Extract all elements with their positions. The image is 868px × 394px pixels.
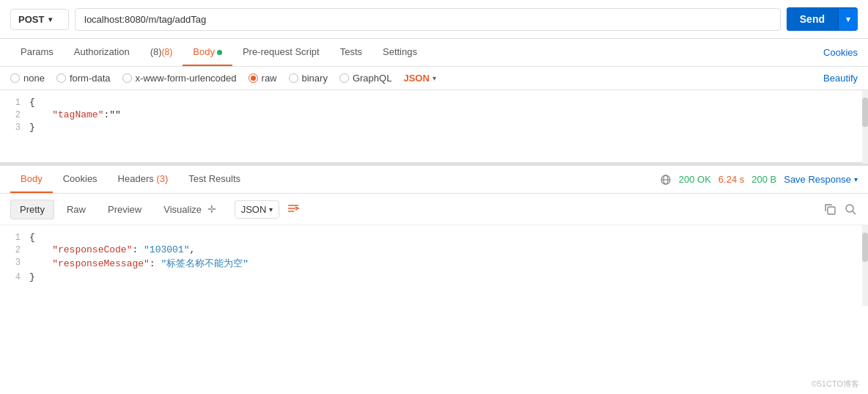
- request-scrollbar-thumb: [862, 98, 868, 127]
- body-type-binary[interactable]: binary: [289, 73, 328, 84]
- request-body-editor[interactable]: 1 { 2 "tagName":"" 3 }: [0, 90, 868, 164]
- resp-tab-raw[interactable]: Raw: [57, 200, 95, 219]
- url-bar: POST ▾ Send ▾: [0, 0, 868, 39]
- globe-icon: [660, 174, 672, 186]
- request-tabs-row: Params Authorization (8)(8) Body Pre-req…: [0, 39, 868, 67]
- visualize-cross-icon: ✛: [207, 203, 216, 215]
- response-json-select[interactable]: JSON ▾: [235, 200, 280, 219]
- response-size: 200 B: [751, 174, 776, 185]
- resp-json-chevron-icon: ▾: [269, 205, 273, 214]
- resp-tab-pretty[interactable]: Pretty: [10, 200, 54, 219]
- response-editor: 1 { 2 "responseCode": "103001", 3 "respo…: [0, 225, 868, 306]
- save-response-chevron-icon: ▾: [854, 175, 858, 183]
- req-line-1: 1 {: [0, 96, 868, 109]
- response-tabs-row: Body Cookies Headers (3) Test Results 20…: [0, 166, 868, 194]
- radio-raw: [249, 73, 258, 83]
- json-chevron-icon: ▾: [433, 74, 436, 82]
- radio-raw-inner: [251, 76, 256, 81]
- response-scrollbar[interactable]: [862, 225, 868, 306]
- response-body-viewer: 1 { 2 "responseCode": "103001", 3 "respo…: [0, 225, 868, 306]
- body-type-form-data[interactable]: form-data: [56, 73, 111, 84]
- tab-params[interactable]: Params: [10, 39, 64, 66]
- resp-line-3: 3 "responseMessage": "标签名称不能为空": [0, 256, 868, 271]
- tab-headers[interactable]: (8)(8): [140, 39, 183, 66]
- json-type-select[interactable]: JSON ▾: [403, 73, 435, 84]
- resp-tab-visualize[interactable]: Visualize ✛: [154, 199, 225, 219]
- copy-icon[interactable]: [823, 202, 837, 216]
- resp-line-4: 4 }: [0, 271, 868, 283]
- radio-binary: [289, 73, 298, 83]
- response-tab-cookies[interactable]: Cookies: [53, 166, 108, 193]
- response-meta: 200 OK 6.24 s 200 B Save Response ▾: [660, 174, 858, 186]
- search-icon[interactable]: [843, 202, 858, 216]
- send-main-button[interactable]: Send: [787, 7, 838, 31]
- resp-line-1: 1 {: [0, 231, 868, 244]
- response-time: 6.24 s: [718, 174, 744, 185]
- status-badge: 200 OK: [679, 174, 711, 185]
- tab-pre-request-script[interactable]: Pre-request Script: [232, 39, 330, 66]
- response-format-row: Pretty Raw Preview Visualize ✛ JSON ▾: [0, 194, 868, 225]
- radio-urlencoded: [122, 73, 132, 83]
- method-label: POST: [18, 14, 44, 25]
- tab-settings[interactable]: Settings: [372, 39, 427, 66]
- request-editor: 1 { 2 "tagName":"" 3 }: [0, 90, 868, 164]
- resp-tab-preview[interactable]: Preview: [98, 200, 151, 219]
- response-scrollbar-thumb: [862, 233, 868, 262]
- tab-authorization[interactable]: Authorization: [64, 39, 140, 66]
- body-type-urlencoded[interactable]: x-www-form-urlencoded: [122, 73, 237, 84]
- response-tab-body[interactable]: Body: [10, 166, 53, 193]
- wrap-lines-icon[interactable]: [287, 202, 300, 217]
- resp-line-2: 2 "responseCode": "103001",: [0, 244, 868, 256]
- response-tab-headers[interactable]: Headers (3): [108, 166, 179, 193]
- request-scrollbar[interactable]: [862, 90, 868, 164]
- body-type-none[interactable]: none: [10, 73, 45, 84]
- body-type-row: none form-data x-www-form-urlencoded raw…: [0, 67, 868, 90]
- tab-tests[interactable]: Tests: [330, 39, 372, 66]
- chevron-down-icon: ▾: [48, 15, 52, 23]
- body-type-raw[interactable]: raw: [249, 73, 277, 84]
- beautify-button[interactable]: Beautify: [823, 73, 858, 84]
- resp-json-label: JSON: [241, 204, 267, 215]
- svg-point-7: [846, 205, 853, 212]
- method-select[interactable]: POST ▾: [10, 9, 69, 30]
- radio-none: [10, 73, 20, 83]
- send-button-group: Send ▾: [787, 7, 858, 31]
- radio-graphql: [339, 73, 349, 83]
- svg-rect-6: [828, 207, 835, 214]
- cookies-link[interactable]: Cookies: [823, 47, 858, 58]
- send-dropdown-button[interactable]: ▾: [838, 9, 858, 30]
- req-line-3: 3 }: [0, 121, 868, 134]
- json-label: JSON: [403, 73, 429, 84]
- req-line-2: 2 "tagName":"": [0, 109, 868, 121]
- body-dot: [217, 50, 222, 55]
- svg-line-8: [853, 211, 856, 214]
- tab-body[interactable]: Body: [183, 39, 232, 66]
- save-response-button[interactable]: Save Response ▾: [784, 174, 858, 185]
- url-input[interactable]: [75, 8, 781, 31]
- body-type-graphql[interactable]: GraphQL: [339, 73, 391, 84]
- response-tab-test-results[interactable]: Test Results: [178, 166, 251, 193]
- radio-form-data: [56, 73, 66, 83]
